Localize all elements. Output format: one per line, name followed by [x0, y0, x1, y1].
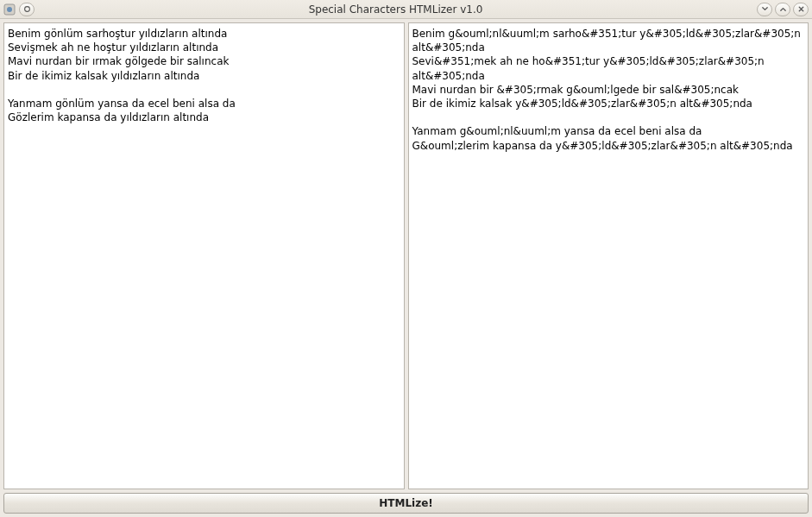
titlebar: Special Characters HTMLizer v1.0: [0, 0, 812, 19]
input-textarea[interactable]: [3, 22, 405, 489]
svg-point-2: [24, 7, 29, 12]
svg-point-1: [7, 7, 12, 12]
text-panels: [3, 22, 809, 489]
htmlize-button-label: HTMLize!: [379, 497, 433, 509]
titlebar-left: [3, 3, 35, 16]
titlebar-controls: [757, 3, 809, 16]
minimize-button[interactable]: [757, 3, 772, 16]
maximize-button[interactable]: [775, 3, 790, 16]
output-textarea[interactable]: [408, 22, 809, 489]
close-button[interactable]: [793, 3, 809, 16]
window-menu-button[interactable]: [19, 3, 35, 16]
window-content: HTMLize!: [0, 19, 812, 517]
app-window: Special Characters HTMLizer v1.0 HTMLize…: [0, 0, 812, 517]
window-title: Special Characters HTMLizer v1.0: [38, 3, 753, 16]
app-icon: [3, 3, 16, 16]
htmlize-button[interactable]: HTMLize!: [3, 493, 809, 514]
